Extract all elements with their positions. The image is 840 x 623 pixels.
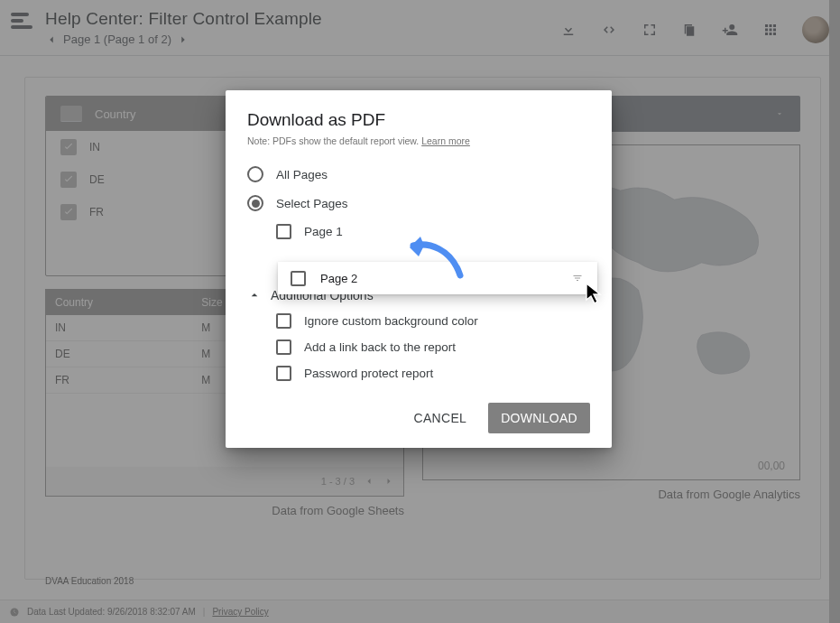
opt-ignore-bg[interactable]: Ignore custom background color bbox=[276, 313, 590, 329]
option-label: Add a link back to the report bbox=[304, 340, 456, 354]
opt-link-back[interactable]: Add a link back to the report bbox=[276, 339, 590, 355]
opt-password[interactable]: Password protect report bbox=[276, 366, 590, 381]
learn-more-link[interactable]: Learn more bbox=[421, 135, 470, 146]
option-label: Ignore custom background color bbox=[304, 314, 478, 328]
checkbox-icon[interactable] bbox=[291, 271, 306, 286]
page1-checkbox-row[interactable]: Page 1 bbox=[276, 224, 590, 239]
dialog-note: Note: PDFs show the default report view.… bbox=[247, 135, 590, 146]
radio-icon[interactable] bbox=[247, 166, 263, 182]
page-option-label: Page 1 bbox=[304, 225, 343, 238]
filter-lines-icon bbox=[570, 273, 585, 284]
radio-label: All Pages bbox=[276, 168, 328, 181]
checkbox-icon[interactable] bbox=[276, 339, 291, 355]
checkbox-icon[interactable] bbox=[276, 313, 291, 329]
checkbox-icon[interactable] bbox=[276, 224, 291, 239]
option-label: Password protect report bbox=[304, 367, 433, 380]
chevron-up-icon bbox=[247, 288, 262, 302]
checkbox-icon[interactable] bbox=[276, 366, 291, 381]
dialog-title: Download as PDF bbox=[247, 110, 590, 130]
radio-label: Select Pages bbox=[276, 197, 348, 210]
radio-select-pages[interactable]: Select Pages bbox=[247, 195, 590, 211]
page2-drag-card[interactable]: Page 2 bbox=[278, 262, 597, 294]
cancel-button[interactable]: CANCEL bbox=[402, 403, 480, 433]
radio-icon[interactable] bbox=[247, 195, 263, 211]
page-option-label: Page 2 bbox=[320, 272, 357, 285]
download-button[interactable]: DOWNLOAD bbox=[488, 403, 590, 433]
radio-all-pages[interactable]: All Pages bbox=[247, 166, 590, 182]
